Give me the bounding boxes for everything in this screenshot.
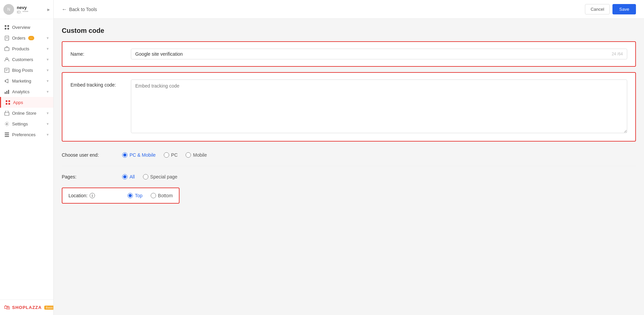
location-top[interactable]: Top (128, 193, 143, 198)
plan-badge: Basic (44, 306, 54, 310)
sidebar-item-marketing[interactable]: Marketing ▼ (0, 75, 53, 86)
location-info-icon[interactable]: i (90, 193, 95, 198)
analytics-icon (4, 89, 9, 94)
name-counter: 24 /64 (612, 52, 623, 56)
overview-label: Overview (12, 25, 30, 30)
products-icon (4, 46, 9, 51)
location-top-input[interactable] (128, 193, 133, 198)
shoplazza-logo-icon: 🛍 (4, 304, 10, 311)
customers-chevron-icon: ▼ (46, 58, 49, 61)
sidebar-item-blog-posts[interactable]: Blog Posts ▼ (0, 65, 53, 75)
topbar-actions: Cancel Save (585, 4, 636, 14)
page-content: Custom code Name: Google site verificati… (54, 19, 644, 315)
overview-icon (4, 24, 9, 30)
location-bottom-input[interactable] (151, 193, 156, 198)
user-info: nevy ID: **** (17, 5, 45, 14)
pages-row: Pages: All Special page (62, 174, 636, 179)
sidebar-item-orders[interactable]: Orders ··· ▼ (0, 33, 53, 43)
svg-rect-17 (6, 103, 7, 105)
settings-chevron-icon: ▼ (46, 122, 49, 126)
svg-rect-3 (7, 28, 9, 30)
blog-label: Blog Posts (12, 68, 33, 73)
sidebar-item-settings[interactable]: Settings ▼ (0, 118, 53, 129)
save-button[interactable]: Save (612, 4, 636, 14)
orders-badge: ··· (28, 36, 34, 40)
embed-textarea[interactable] (131, 80, 627, 133)
pages-special[interactable]: Special page (143, 174, 178, 179)
back-arrow-icon: ← (62, 6, 67, 12)
location-label: Location: i (68, 193, 122, 198)
pages-all-label: All (130, 174, 135, 179)
sidebar-item-online-store[interactable]: Online Store ▼ (0, 108, 53, 118)
divider (62, 166, 636, 166)
pages-all[interactable]: All (122, 174, 135, 179)
location-options: Top Bottom (128, 193, 173, 198)
sidebar-item-overview[interactable]: Overview (0, 22, 53, 33)
location-bottom-label: Bottom (158, 193, 173, 198)
main-content: ← Back to Tools Cancel Save Custom code … (54, 0, 644, 315)
user-end-pc-input[interactable] (164, 152, 169, 158)
online-store-icon (4, 110, 9, 116)
cancel-button[interactable]: Cancel (585, 4, 610, 14)
sidebar-item-apps[interactable]: Apps (0, 97, 53, 108)
avatar: N (3, 4, 14, 15)
embed-row: Embed tracking code: (70, 80, 627, 134)
svg-rect-23 (5, 136, 9, 137)
user-end-mobile-label: Mobile (193, 152, 207, 158)
user-end-pc-mobile-label: PC & Mobile (130, 152, 156, 158)
blog-icon (4, 67, 9, 73)
embed-label: Embed tracking code: (70, 80, 124, 88)
user-end-pc[interactable]: PC (164, 152, 178, 158)
svg-rect-0 (5, 25, 6, 27)
svg-rect-7 (5, 48, 9, 51)
preferences-label: Preferences (12, 132, 36, 137)
svg-rect-1 (7, 25, 9, 27)
sidebar-nav: Overview Orders ··· ▼ Products ▼ (0, 19, 53, 300)
preferences-icon (4, 132, 9, 137)
customers-icon (4, 57, 9, 62)
pages-special-input[interactable] (143, 174, 148, 179)
location-bottom[interactable]: Bottom (151, 193, 173, 198)
shoplazza-logo-text: SHOPLAZZA (12, 305, 42, 310)
user-end-mobile-input[interactable] (186, 152, 191, 158)
customers-label: Customers (12, 57, 33, 62)
user-end-mobile[interactable]: Mobile (186, 152, 207, 158)
sidebar-item-preferences[interactable]: Preferences ▼ (0, 129, 53, 140)
orders-label: Orders (12, 36, 26, 41)
online-store-chevron-icon: ▼ (46, 111, 49, 115)
marketing-chevron-icon: ▼ (46, 79, 49, 83)
sidebar-item-products[interactable]: Products ▼ (0, 43, 53, 54)
name-field: Google site verification 24 /64 (131, 49, 627, 59)
pages-options: All Special page (122, 174, 178, 179)
svg-rect-13 (6, 91, 7, 94)
svg-rect-14 (8, 90, 9, 94)
orders-chevron-icon: ▼ (46, 36, 49, 40)
svg-rect-21 (5, 133, 9, 134)
back-to-tools-link[interactable]: ← Back to Tools (62, 6, 97, 12)
settings-label: Settings (12, 121, 28, 126)
preferences-chevron-icon: ▼ (46, 133, 49, 137)
user-name: nevy (17, 5, 45, 10)
sidebar-item-analytics[interactable]: Analytics ▼ (0, 86, 53, 97)
apps-icon (5, 100, 10, 105)
svg-point-20 (6, 123, 7, 124)
sidebar-footer: 🛍 SHOPLAZZA Basic (0, 300, 53, 315)
sidebar: N nevy ID: **** ▶ Overview Orders ··· (0, 0, 54, 315)
location-top-label: Top (135, 193, 143, 198)
topbar: ← Back to Tools Cancel Save (54, 0, 644, 19)
user-end-pc-mobile[interactable]: PC & Mobile (122, 152, 156, 158)
name-input-display: Google site verification 24 /64 (131, 49, 627, 59)
svg-rect-22 (5, 134, 9, 135)
pages-section: Pages: All Special page (62, 169, 636, 185)
page-title: Custom code (62, 27, 636, 35)
orders-icon (4, 35, 9, 41)
user-profile[interactable]: N nevy ID: **** ▶ (0, 0, 53, 19)
sidebar-item-customers[interactable]: Customers ▼ (0, 54, 53, 65)
location-label-text: Location: (68, 193, 88, 198)
user-end-pc-label: PC (171, 152, 178, 158)
pages-all-input[interactable] (122, 174, 128, 179)
user-end-pc-mobile-input[interactable] (122, 152, 128, 158)
name-value: Google site verification (135, 51, 183, 57)
back-label: Back to Tools (69, 7, 97, 12)
analytics-chevron-icon: ▼ (46, 90, 49, 94)
